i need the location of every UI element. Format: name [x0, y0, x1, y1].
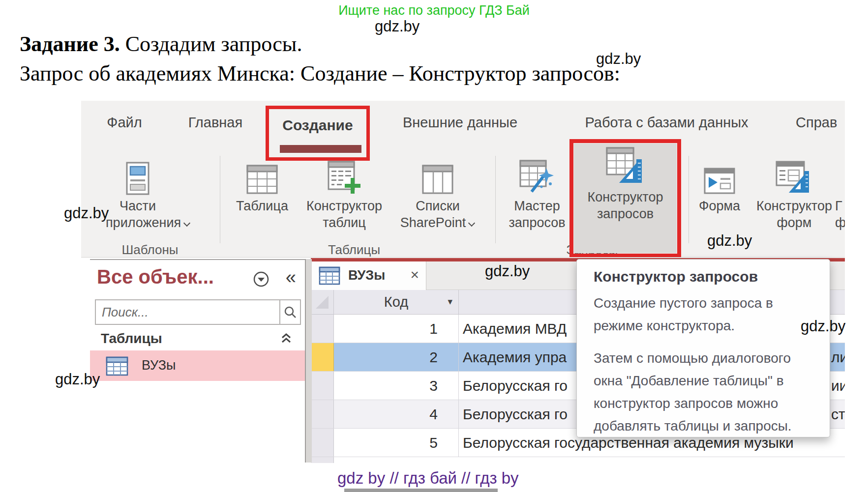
- table-design-button[interactable]: Конструктор таблиц: [300, 157, 389, 238]
- tooltip-text: добавлять таблицы и запросы.: [594, 415, 821, 437]
- column-header-kod[interactable]: Код ▾: [334, 290, 459, 314]
- group-label-templates: Шаблоны: [103, 242, 197, 258]
- tab-database-tools[interactable]: Работа с базами данных: [567, 115, 766, 132]
- task-text: Создадим запросы.: [120, 32, 302, 56]
- watermark: gdz.by: [64, 204, 109, 222]
- search-input[interactable]: [101, 302, 265, 322]
- promo-line: Ищите нас по запросу ГДЗ Бай: [0, 3, 868, 18]
- tab-create[interactable]: Создание: [269, 117, 366, 134]
- nav-section-tables[interactable]: Таблицы: [90, 331, 305, 348]
- task-heading: Задание 3. Создадим запросы.: [20, 31, 302, 57]
- query-design-button[interactable]: Конструктор запросов: [574, 144, 677, 253]
- search-box: [95, 299, 301, 325]
- task-number: Задание 3.: [20, 32, 120, 56]
- tooltip-text: Затем с помощью диалогового: [594, 347, 821, 370]
- form-button[interactable]: Форма: [692, 157, 747, 238]
- group-label-tables: Таблицы: [293, 242, 416, 258]
- tooltip-text: режиме конструктора.: [594, 315, 821, 337]
- sharepoint-lists-icon: [393, 157, 482, 196]
- tab-help[interactable]: Справ: [796, 115, 845, 132]
- tooltip-text: окна "Добавление таблицы" в: [594, 370, 821, 392]
- row-selector[interactable]: [311, 343, 334, 371]
- row-selector[interactable]: [311, 429, 334, 457]
- clipped-icon: [835, 157, 845, 196]
- tab-file[interactable]: Файл: [95, 115, 154, 132]
- nav-item-vuzy[interactable]: ВУЗы: [90, 350, 305, 381]
- tooltip-text: конструктор запросов можно: [594, 392, 821, 415]
- tab-vuzy[interactable]: ВУЗы ×: [311, 261, 426, 290]
- tab-home[interactable]: Главная: [171, 115, 260, 132]
- group-separator: [220, 156, 220, 243]
- select-all-corner[interactable]: [311, 290, 334, 314]
- nav-pane-scrollbar[interactable]: [305, 259, 312, 463]
- clipped-text-fragment: ии: [831, 377, 845, 394]
- form-icon: [692, 157, 747, 196]
- watermark: gdz.by: [801, 318, 845, 335]
- tab-external-data[interactable]: Внешние данные: [388, 115, 533, 132]
- form-design-button[interactable]: Конструктор форм: [748, 157, 841, 238]
- create-tab-underline: [280, 145, 361, 153]
- watermark: gdz.by: [485, 262, 530, 280]
- tooltip-title: Конструктор запросов: [594, 268, 821, 285]
- double-chevron-up-icon: [280, 333, 292, 344]
- clipped-text-fragment: ли: [831, 349, 845, 366]
- column-dropdown-icon: ▾: [448, 296, 452, 307]
- query-wizard-icon: [505, 157, 569, 196]
- table-row[interactable]: [311, 457, 845, 463]
- chevron-down-icon: [184, 220, 190, 226]
- watermark: gdz.by: [375, 18, 419, 35]
- clipped-button[interactable]: Г ф: [835, 157, 845, 238]
- table-icon: [319, 266, 340, 285]
- query-design-icon: [574, 144, 677, 186]
- row-selector[interactable]: [311, 372, 334, 400]
- group-separator: [688, 156, 689, 243]
- create-tab-annotation-box: Создание: [266, 106, 370, 161]
- query-design-annotation-box: Конструктор запросов: [569, 139, 681, 258]
- row-selector[interactable]: [311, 315, 334, 343]
- clipped-text-fragment: сте: [831, 406, 845, 423]
- nav-pane-menu-icon[interactable]: [253, 271, 269, 288]
- table-button[interactable]: Таблица: [231, 157, 293, 238]
- task-subheading: Запрос об академиях Минска: Создание – К…: [20, 61, 620, 86]
- search-icon[interactable]: [279, 300, 300, 324]
- footer-watermark: gdz by // гдз бай // гдз by: [337, 469, 519, 488]
- table-icon: [106, 356, 128, 376]
- form-design-icon: [748, 157, 841, 196]
- close-icon[interactable]: ×: [410, 266, 419, 283]
- group-separator: [495, 156, 496, 243]
- row-selector[interactable]: [311, 457, 334, 463]
- tooltip-text: Создание пустого запроса в: [594, 292, 821, 315]
- shutter-close-icon[interactable]: «: [286, 267, 296, 288]
- query-design-tooltip: Конструктор запросов Создание пустого за…: [576, 259, 830, 437]
- navigation-pane: Все объек... « Таблицы: [90, 259, 305, 463]
- watermark: gdz.by: [55, 371, 100, 388]
- application-parts-icon: [106, 157, 170, 196]
- watermark: gdz.by: [596, 50, 641, 68]
- row-selector[interactable]: [311, 400, 334, 428]
- watermark: gdz.by: [707, 232, 752, 250]
- sharepoint-lists-button[interactable]: Списки SharePoint: [393, 157, 482, 238]
- bottom-bar: [344, 489, 498, 492]
- query-wizard-button[interactable]: Мастер запросов: [505, 157, 569, 238]
- chevron-down-icon: [469, 220, 475, 226]
- corner-triangle-icon: [316, 296, 329, 309]
- nav-pane-title: Все объек...: [97, 266, 214, 288]
- application-parts-button[interactable]: Части приложения: [106, 157, 170, 238]
- table-icon: [231, 157, 293, 196]
- table-design-icon: [300, 157, 389, 196]
